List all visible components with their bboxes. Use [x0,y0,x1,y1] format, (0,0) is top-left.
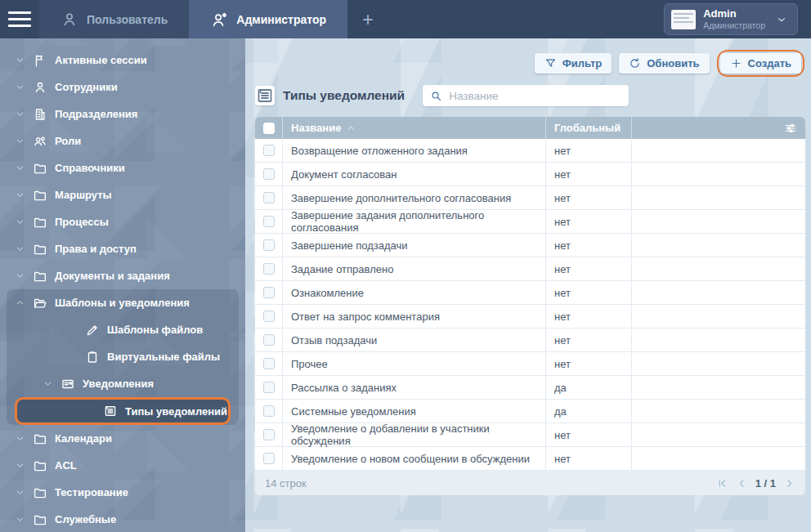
sidebar-item-label: ACL [55,459,77,472]
sidebar-item-icon [33,296,47,311]
sidebar-item[interactable]: Роли [0,127,245,154]
table-row[interactable]: Задание отправлено нет [255,257,805,281]
row-name: Возвращение отложенного задания [291,145,468,157]
row-name: Прочее [291,358,328,370]
add-tab-button[interactable]: + [347,0,388,38]
row-checkbox[interactable] [263,429,275,440]
row-checkbox[interactable] [263,405,275,417]
sidebar-item[interactable]: Шаблоны файлов [0,316,245,343]
select-all-checkbox[interactable] [263,123,275,134]
table-row[interactable]: Завершение дополнительного согласования … [255,186,805,210]
notification-types-icon [255,86,275,105]
chevron-icon [15,109,25,119]
chevron-icon [15,433,25,444]
table-row[interactable]: Прочее нет [255,352,805,376]
row-checkbox[interactable] [263,216,275,227]
workspace-tab[interactable]: Администратор [189,0,347,38]
table-row[interactable]: Рассылка о заданиях да [255,376,805,400]
sidebar-item[interactable]: Типы уведомлений [15,397,231,425]
row-checkbox[interactable] [263,382,275,393]
column-settings-icon[interactable] [784,122,797,135]
search-icon [430,90,442,102]
sidebar-item[interactable]: Служебные [0,506,245,532]
row-name: Завершение дополнительного согласования [291,192,511,204]
table-header: Название Глобальный [255,117,805,139]
main-panel: Фильтр Обновить Создать Типы уведомлений [245,38,811,532]
sidebar-item-label: Маршруты [55,189,112,201]
chevron-icon [15,460,25,471]
table-row[interactable]: Отзыв подзадачи нет [255,329,805,352]
table-row[interactable]: Ознакомление нет [255,281,805,305]
table-row[interactable]: Документ согласован нет [255,163,805,186]
sidebar-item[interactable]: Календари [0,425,245,452]
sidebar-item-icon [33,215,47,230]
sidebar-item[interactable]: Права и доступ [0,235,245,262]
sidebar-item[interactable]: ACL [0,452,245,479]
funnel-icon [544,57,557,69]
hamburger-menu-icon[interactable] [0,0,39,38]
topbar: Пользователь Администратор + Admin Админ… [0,0,811,38]
table-row[interactable]: Завершение подзадачи нет [255,234,805,257]
first-page-icon[interactable] [716,477,728,490]
sidebar-item[interactable]: Шаблоны и уведомления [0,289,245,316]
sidebar-item[interactable]: Уведомления [0,370,245,397]
prev-page-icon[interactable] [736,477,748,490]
row-global-value: да [554,405,567,418]
sidebar: Активные сессии Сотрудники Подразделения [0,38,245,532]
chevron-icon [15,217,25,227]
avatar [671,10,696,29]
row-name: Задание отправлено [291,263,393,275]
row-checkbox[interactable] [263,311,275,322]
sidebar-item[interactable]: Активные сессии [0,47,245,74]
user-menu-button[interactable]: Admin Администратор [664,3,798,35]
create-button[interactable]: Создать [720,53,801,74]
row-checkbox[interactable] [263,168,275,180]
table-row[interactable]: Уведомление о добавлении в участники обс… [255,423,805,447]
row-checkbox[interactable] [263,239,275,251]
row-name: Завершение задания дополнительного согла… [291,209,545,234]
filter-button[interactable]: Фильтр [535,53,612,74]
row-name: Ознакомление [291,287,364,299]
table-row[interactable]: Ответ на запрос комментария нет [255,305,805,329]
row-global-value: нет [554,216,571,228]
sidebar-item[interactable]: Сотрудники [0,74,245,101]
sidebar-item[interactable]: Справочники [0,154,245,181]
row-name: Системные уведомления [291,405,416,418]
row-name: Рассылка о заданиях [291,382,397,394]
sidebar-item-label: Документы и задания [55,270,170,282]
column-header-name[interactable]: Название [282,117,545,139]
table-row[interactable]: Возвращение отложенного задания нет [255,139,805,163]
table-row[interactable]: Уведомление о новом сообщении в обсужден… [255,447,805,471]
workspace-tab[interactable]: Пользователь [39,0,189,38]
sidebar-item[interactable]: Процессы [0,208,245,235]
sidebar-item-icon [60,377,75,391]
refresh-icon [629,57,641,69]
sidebar-item[interactable]: Маршруты [0,181,245,208]
search-input[interactable] [449,90,621,102]
row-global-value: нет [554,263,571,275]
column-header-global[interactable]: Глобальный [545,117,631,139]
sidebar-item-label: Справочники [55,162,125,174]
table-row[interactable]: Завершение задания дополнительного согла… [255,210,805,234]
row-checkbox[interactable] [263,145,275,156]
chevron-icon [15,163,25,173]
sidebar-item[interactable]: Тестирование [0,479,245,506]
sidebar-item[interactable]: Виртуальные файлы [0,343,245,370]
refresh-button[interactable]: Обновить [619,53,709,74]
sidebar-item-label: Подразделения [55,108,137,120]
row-name: Завершение подзадачи [291,239,408,252]
row-checkbox[interactable] [263,263,275,275]
row-checkbox[interactable] [263,453,275,464]
next-page-icon[interactable] [783,477,795,490]
table-footer: 14 строк 1 / 1 [255,471,805,495]
row-checkbox[interactable] [263,358,275,369]
table-row[interactable]: Системные уведомления да [255,400,805,423]
row-checkbox[interactable] [263,334,275,346]
rows-count: 14 строк [265,477,307,490]
sidebar-item[interactable]: Документы и задания [0,262,245,289]
sidebar-item[interactable]: Подразделения [0,101,245,127]
user-name: Admin [703,8,765,20]
sidebar-item-label: Шаблоны файлов [107,324,203,336]
row-checkbox[interactable] [263,192,275,203]
row-checkbox[interactable] [263,287,275,298]
